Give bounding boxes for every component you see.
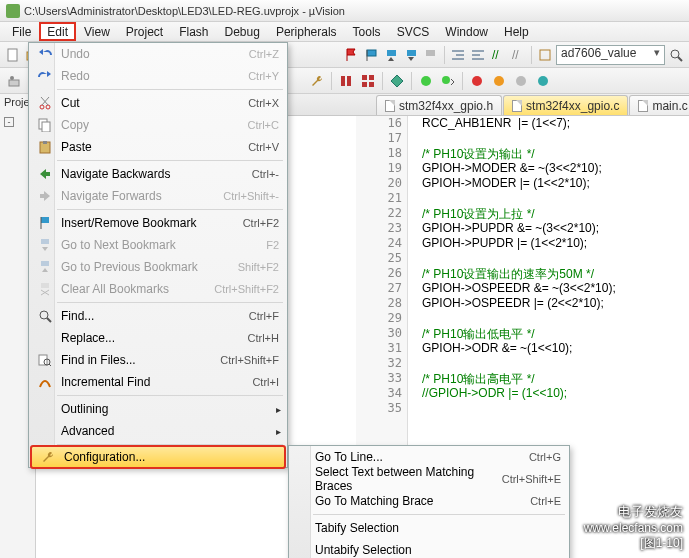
menu-item-label: Paste: [57, 140, 248, 154]
menu-view[interactable]: View: [76, 22, 118, 41]
translate-icon[interactable]: [4, 71, 24, 91]
svg-text://: //: [512, 48, 519, 62]
menu-item-label: Advanced: [57, 424, 279, 438]
menu-help[interactable]: Help: [496, 22, 537, 41]
build-all-icon[interactable]: [358, 71, 378, 91]
orange-dot-icon[interactable]: [489, 71, 509, 91]
wrench-icon[interactable]: [307, 71, 327, 91]
menu-item-shortcut: Ctrl+X: [248, 97, 279, 109]
menu-item-label: Redo: [57, 69, 248, 83]
indent-icon[interactable]: [449, 45, 467, 65]
svg-point-33: [494, 76, 504, 86]
menu-item-copy: CopyCtrl+C: [29, 114, 287, 136]
flag-clear-icon[interactable]: [423, 45, 441, 65]
menu-tools[interactable]: Tools: [345, 22, 389, 41]
line-number: 31: [356, 341, 408, 355]
menu-item-redo: RedoCtrl+Y: [29, 65, 287, 87]
menu-flash[interactable]: Flash: [171, 22, 216, 41]
flag-prev-icon[interactable]: [383, 45, 401, 65]
menu-item-paste[interactable]: PasteCtrl+V: [29, 136, 287, 158]
find-toolbar-icon[interactable]: [667, 45, 685, 65]
find-icon: [33, 309, 57, 323]
gray-dot-icon[interactable]: [511, 71, 531, 91]
tree-collapse-icon[interactable]: -: [4, 117, 14, 127]
line-number: 34: [356, 386, 408, 400]
green-dot-dropdown-icon[interactable]: [438, 71, 458, 91]
svg-point-20: [671, 50, 679, 58]
new-file-icon[interactable]: [4, 45, 22, 65]
submenu-item-shortcut: Ctrl+E: [530, 495, 561, 507]
menu-edit[interactable]: Edit: [39, 22, 76, 41]
submenu-item-go-to-matching-brace[interactable]: Go To Matching BraceCtrl+E: [289, 490, 569, 512]
menu-separator: [57, 160, 283, 161]
line-number: 17: [356, 131, 408, 145]
wrench-icon: [36, 450, 60, 464]
menu-item-insert-remove-bookmark[interactable]: Insert/Remove BookmarkCtrl+F2: [29, 212, 287, 234]
outdent-icon[interactable]: [469, 45, 487, 65]
svg-point-30: [421, 76, 431, 86]
menu-item-label: Insert/Remove Bookmark: [57, 216, 243, 230]
menu-item-advanced[interactable]: Advanced▸: [29, 420, 287, 442]
code-line: [408, 191, 422, 206]
code-line: GPIOH->OSPEEDR &= ~(3<<2*10);: [408, 281, 616, 296]
nav-fwd-icon: [33, 189, 57, 203]
svg-rect-51: [39, 355, 47, 365]
uncomment-icon[interactable]: //: [509, 45, 527, 65]
search-combo[interactable]: ad7606_value: [556, 45, 665, 65]
submenu-arrow-icon: ▸: [276, 426, 281, 437]
menu-peripherals[interactable]: Peripherals: [268, 22, 345, 41]
code-line: RCC_AHB1ENR |= (1<<7);: [408, 116, 570, 131]
svg-line-21: [678, 57, 682, 61]
tab-stm32f4xx_gpio-h[interactable]: stm32f4xx_gpio.h: [376, 95, 502, 115]
toolbar-separator: [382, 72, 383, 90]
menu-item-configuration[interactable]: Configuration...: [31, 446, 285, 468]
flag-next-icon[interactable]: [403, 45, 421, 65]
svg-rect-19: [540, 50, 550, 60]
green-dot-icon[interactable]: [416, 71, 436, 91]
code-line: /* PH10设置输出的速率为50M */: [408, 266, 594, 281]
menu-item-shortcut: Ctrl+Shift+F2: [214, 283, 279, 295]
svg-rect-45: [41, 261, 49, 266]
menu-item-cut[interactable]: CutCtrl+X: [29, 92, 287, 114]
menu-item-incremental-find[interactable]: Incremental FindCtrl+I: [29, 371, 287, 393]
comment-icon[interactable]: //: [489, 45, 507, 65]
teal-dot-icon[interactable]: [533, 71, 553, 91]
flag-red-icon[interactable]: [343, 45, 361, 65]
tab-main-c[interactable]: main.c: [629, 95, 689, 115]
menu-item-label: Navigate Forwards: [57, 189, 223, 203]
menu-file[interactable]: File: [4, 22, 39, 41]
box-icon[interactable]: [536, 45, 554, 65]
svg-point-31: [442, 76, 450, 84]
submenu-item-tabify-selection[interactable]: Tabify Selection: [289, 517, 569, 539]
build-icon[interactable]: [336, 71, 356, 91]
menu-item-navigate-forwards: Navigate ForwardsCtrl+Shift+-: [29, 185, 287, 207]
menu-item-outlining[interactable]: Outlining▸: [29, 398, 287, 420]
line-number: 20: [356, 176, 408, 190]
diamond-icon[interactable]: [387, 71, 407, 91]
menu-svcs[interactable]: SVCS: [389, 22, 438, 41]
toolbar-separator: [331, 72, 332, 90]
flag-icon[interactable]: [363, 45, 381, 65]
menu-window[interactable]: Window: [437, 22, 496, 41]
line-number: 19: [356, 161, 408, 175]
menu-separator: [57, 89, 283, 90]
tab-stm32f4xx_gpio-c[interactable]: stm32f4xx_gpio.c: [503, 95, 628, 115]
line-number: 18: [356, 146, 408, 160]
menu-item-shortcut: Ctrl+C: [248, 119, 279, 131]
menu-item-find-in-files[interactable]: Find in Files...Ctrl+Shift+F: [29, 349, 287, 371]
menu-item-find[interactable]: Find...Ctrl+F: [29, 305, 287, 327]
menu-item-label: Find...: [57, 309, 249, 323]
svg-rect-22: [9, 80, 19, 86]
submenu-item-untabify-selection[interactable]: Untabify Selection: [289, 539, 569, 558]
menubar: FileEditViewProjectFlashDebugPeripherals…: [0, 22, 689, 42]
menu-item-replace[interactable]: Replace...Ctrl+H: [29, 327, 287, 349]
menu-item-label: Undo: [57, 47, 249, 61]
red-dot-icon[interactable]: [467, 71, 487, 91]
line-number: 23: [356, 221, 408, 235]
menu-item-shortcut: Ctrl+Y: [248, 70, 279, 82]
svg-point-23: [10, 76, 14, 80]
submenu-item-select-text-between-matching-braces[interactable]: Select Text between Matching BracesCtrl+…: [289, 468, 569, 490]
menu-project[interactable]: Project: [118, 22, 171, 41]
menu-debug[interactable]: Debug: [217, 22, 268, 41]
menu-item-navigate-backwards[interactable]: Navigate BackwardsCtrl+-: [29, 163, 287, 185]
